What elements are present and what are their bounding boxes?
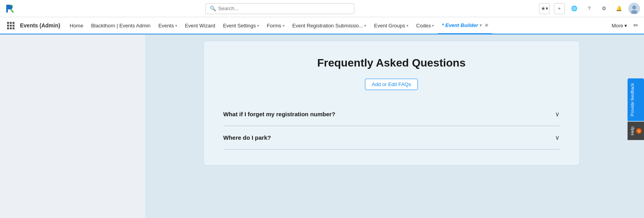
app-name: Events (Admin) bbox=[18, 17, 66, 34]
faq-chevron-2: ∨ bbox=[555, 134, 560, 141]
nav-items: Home Blackthorn | Events Admin Events ▾ … bbox=[66, 17, 608, 34]
faq-item-2[interactable]: Where do I park? ∨ bbox=[223, 126, 560, 150]
nav-item-forms[interactable]: Forms ▾ bbox=[263, 17, 288, 34]
nav-item-forms-label: Forms bbox=[267, 23, 281, 29]
search-bar: 🔍 bbox=[20, 3, 539, 14]
plus-icon: + bbox=[558, 5, 561, 11]
grid-icon bbox=[7, 22, 15, 29]
gear-icon: ⚙ bbox=[602, 5, 606, 11]
faq-title: Frequently Asked Questions bbox=[223, 57, 560, 69]
help-tab[interactable]: Help S bbox=[628, 122, 644, 140]
svg-point-2 bbox=[631, 10, 637, 14]
nav-item-event-groups-label: Event Groups bbox=[374, 23, 405, 29]
event-builder-chevron-icon: ▾ bbox=[479, 23, 481, 27]
help-button[interactable]: ? bbox=[584, 3, 595, 14]
event-settings-chevron-icon: ▾ bbox=[257, 23, 259, 28]
event-groups-chevron-icon: ▾ bbox=[406, 23, 408, 28]
nav-item-codes-label: Codes bbox=[416, 23, 431, 29]
nav-item-event-reg[interactable]: Event Registration Submissio... ▾ bbox=[288, 17, 370, 34]
content-area: Frequently Asked Questions Add or Edit F… bbox=[145, 34, 644, 218]
nav-item-events-label: Events bbox=[158, 23, 174, 29]
app-logo[interactable] bbox=[4, 2, 16, 15]
faq-question-2: Where do I park? bbox=[223, 134, 271, 141]
faq-question-1: What if I forget my registration number? bbox=[223, 111, 336, 117]
faq-item-1[interactable]: What if I forget my registration number?… bbox=[223, 103, 560, 126]
globe-button[interactable]: 🌐 bbox=[569, 3, 580, 14]
faq-card: Frequently Asked Questions Add or Edit F… bbox=[203, 41, 580, 166]
notifications-button[interactable]: 🔔 bbox=[613, 3, 624, 14]
nav-item-event-wizard-label: Event Wizard bbox=[185, 23, 215, 29]
svg-point-1 bbox=[632, 5, 636, 9]
nav-item-events[interactable]: Events ▾ bbox=[154, 17, 181, 34]
codes-chevron-icon: ▾ bbox=[432, 23, 434, 28]
nav-item-event-reg-label: Event Registration Submissio... bbox=[292, 23, 363, 29]
add-button[interactable]: + bbox=[554, 3, 565, 14]
faq-chevron-1: ∨ bbox=[555, 110, 560, 118]
sidebar-left bbox=[0, 34, 145, 218]
main-content: Frequently Asked Questions Add or Edit F… bbox=[0, 34, 644, 218]
bell-icon: 🔔 bbox=[616, 5, 622, 11]
nav-bar: Events (Admin) Home Blackthorn | Events … bbox=[0, 17, 644, 34]
app-launcher-button[interactable] bbox=[3, 17, 18, 34]
search-icon: 🔍 bbox=[210, 5, 216, 11]
provide-feedback-tab[interactable]: Provide feedback bbox=[628, 78, 644, 121]
provide-feedback-label: Provide feedback bbox=[630, 83, 635, 116]
nav-more-label: More bbox=[611, 23, 623, 29]
nav-item-event-wizard[interactable]: Event Wizard bbox=[181, 17, 219, 34]
nav-item-event-builder[interactable]: * Event Builder ▾ ✕ bbox=[438, 17, 492, 34]
nav-item-blackthorn-label: Blackthorn | Events Admin bbox=[91, 23, 151, 29]
nav-item-blackthorn[interactable]: Blackthorn | Events Admin bbox=[87, 17, 154, 34]
event-builder-close-icon[interactable]: ✕ bbox=[484, 23, 488, 28]
nav-item-home[interactable]: Home bbox=[66, 17, 87, 34]
nav-item-event-builder-label: * Event Builder bbox=[442, 22, 478, 28]
nav-edit-button[interactable]: ✏ bbox=[631, 17, 641, 34]
event-reg-chevron-icon: ▾ bbox=[364, 23, 366, 28]
nav-more-button[interactable]: More ▾ bbox=[608, 17, 631, 34]
nav-item-event-groups[interactable]: Event Groups ▾ bbox=[370, 17, 412, 34]
favorites-button[interactable]: ★▾ bbox=[539, 3, 550, 14]
side-feedback: Provide feedback Help S bbox=[628, 78, 644, 140]
forms-chevron-icon: ▾ bbox=[283, 23, 285, 28]
nav-item-event-settings-label: Event Settings bbox=[223, 23, 256, 29]
nav-item-event-settings[interactable]: Event Settings ▾ bbox=[219, 17, 263, 34]
nav-item-codes[interactable]: Codes ▾ bbox=[412, 17, 438, 34]
help-tab-badge: S bbox=[636, 128, 642, 133]
events-chevron-icon: ▾ bbox=[175, 23, 177, 28]
help-tab-label: Help bbox=[630, 126, 635, 135]
search-input-wrap[interactable]: 🔍 bbox=[205, 3, 354, 14]
search-input[interactable] bbox=[218, 5, 350, 11]
settings-button[interactable]: ⚙ bbox=[599, 3, 610, 14]
user-avatar[interactable] bbox=[628, 3, 640, 14]
top-bar: 🔍 ★▾ + 🌐 ? ⚙ 🔔 bbox=[0, 0, 644, 17]
more-chevron-icon: ▾ bbox=[624, 23, 627, 29]
top-bar-actions: ★▾ + 🌐 ? ⚙ 🔔 bbox=[539, 3, 640, 14]
nav-item-home-label: Home bbox=[70, 23, 83, 29]
question-icon: ? bbox=[588, 5, 590, 11]
add-edit-faqs-button[interactable]: Add or Edit FAQs bbox=[365, 79, 417, 90]
star-icon: ★▾ bbox=[541, 5, 548, 11]
faq-add-btn-wrap: Add or Edit FAQs bbox=[223, 79, 560, 90]
edit-icon: ✏ bbox=[633, 22, 639, 29]
globe-icon: 🌐 bbox=[571, 5, 577, 11]
